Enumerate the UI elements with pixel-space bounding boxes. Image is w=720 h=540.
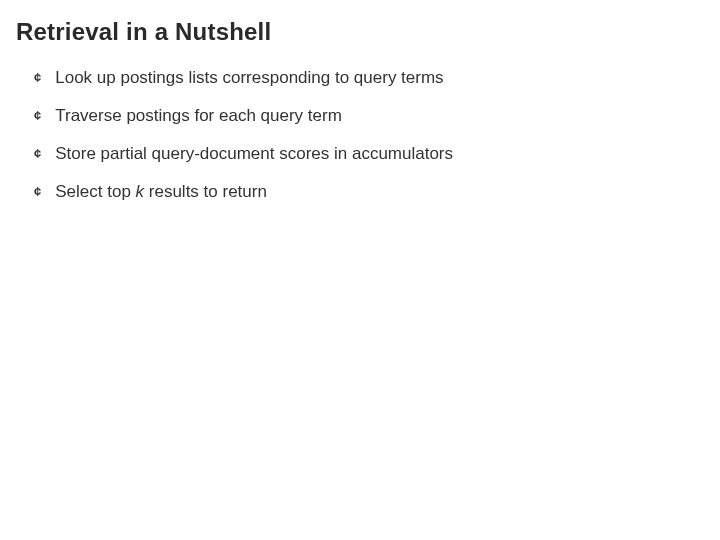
list-item: ¢ Select top k results to return [34, 182, 704, 202]
list-item: ¢ Store partial query-document scores in… [34, 144, 704, 164]
bullet-text-suffix: results to return [144, 182, 267, 201]
list-item: ¢ Look up postings lists corresponding t… [34, 68, 704, 88]
bullet-marker-icon: ¢ [34, 109, 41, 122]
bullet-marker-icon: ¢ [34, 185, 41, 198]
bullet-list: ¢ Look up postings lists corresponding t… [16, 68, 704, 202]
slide-title: Retrieval in a Nutshell [16, 18, 704, 46]
bullet-text: Traverse postings for each query term [55, 106, 342, 126]
bullet-marker-icon: ¢ [34, 71, 41, 84]
list-item: ¢ Traverse postings for each query term [34, 106, 704, 126]
bullet-text: Store partial query-document scores in a… [55, 144, 453, 164]
bullet-text: Look up postings lists corresponding to … [55, 68, 443, 88]
bullet-text-prefix: Select top [55, 182, 135, 201]
bullet-marker-icon: ¢ [34, 147, 41, 160]
bullet-text-italic: k [136, 182, 145, 201]
bullet-text: Select top k results to return [55, 182, 267, 202]
